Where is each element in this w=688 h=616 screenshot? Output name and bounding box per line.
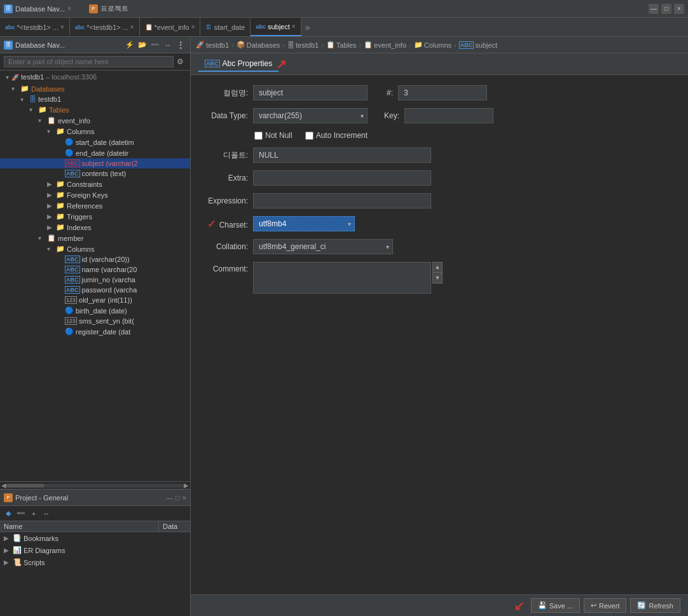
tree-columns-member[interactable]: ▾ 📁 Columns	[0, 243, 190, 254]
tree-register-date[interactable]: 🔵 register_date (dat	[0, 326, 190, 337]
project-scripts[interactable]: ▶ 📜 Scripts	[0, 556, 190, 568]
breadcrumb-bar: 🚀 testdb1 › 📦 Databases › 🗄 testdb1 › 📋 …	[191, 37, 688, 53]
not-null-checkbox[interactable]	[254, 132, 263, 140]
project-tree[interactable]: ▶ 📑 Bookmarks ▶ 📊 ER Diagrams ▶ 📜 Script…	[0, 532, 190, 616]
revert-button[interactable]: ↩ Revert	[584, 598, 626, 613]
tab-start-date[interactable]: 🗓 start_date	[200, 18, 251, 36]
scroll-right-btn[interactable]: ▶	[184, 482, 189, 489]
charset-arrow: ✓	[207, 219, 216, 229]
project-minimize-btn[interactable]: —	[166, 494, 173, 502]
comment-textarea[interactable]	[253, 262, 431, 294]
tree-start-date[interactable]: 🔵 start_date (datetim	[0, 137, 190, 147]
tree-databases[interactable]: ▾ 📁 Databases	[0, 83, 190, 94]
red-arrow-tab: ↗	[276, 57, 287, 72]
prop-tab-icon: ABC	[205, 60, 220, 67]
window-controls: — □ ×	[649, 4, 684, 14]
project-maximize-btn[interactable]: □	[175, 494, 180, 502]
comment-down-btn[interactable]: ▼	[432, 273, 443, 284]
nav-collapse-btn[interactable]: ➖	[149, 39, 161, 51]
minimize-button[interactable]: —	[649, 4, 659, 14]
nav-expand-btn[interactable]: ↔	[162, 39, 174, 51]
name-col-icon: ABC	[65, 266, 80, 273]
tab-event-info[interactable]: 📋 *event_info ×	[140, 18, 201, 36]
search-filter-btn[interactable]: ⚙	[174, 55, 186, 68]
tab5-close[interactable]: ×	[292, 23, 296, 30]
save-label: Save ...	[549, 602, 573, 610]
tab2-close[interactable]: ×	[130, 24, 134, 31]
expression-label: Expression:	[203, 196, 248, 205]
scroll-thumb[interactable]	[6, 484, 45, 488]
close-button[interactable]: ×	[674, 4, 684, 14]
project-close-btn[interactable]: ×	[182, 494, 186, 502]
project-add-btn[interactable]: ◆	[3, 508, 14, 519]
tree-contents[interactable]: ABC contents (text)	[0, 168, 190, 179]
project-nav-btn[interactable]: ↔	[41, 508, 52, 519]
tree-jumin-no[interactable]: ABC jumin_no (varcha	[0, 275, 190, 285]
default-input[interactable]	[253, 147, 431, 163]
save-button[interactable]: 💾 Save ...	[531, 598, 580, 613]
key-label: Key:	[380, 111, 399, 120]
tree-birth-date[interactable]: 🔵 birth_date (date)	[0, 305, 190, 316]
tree-testdb1[interactable]: ▾ 🗄 testdb1	[0, 94, 190, 104]
project-er-diagrams[interactable]: ▶ 📊 ER Diagrams	[0, 544, 190, 556]
tree-password[interactable]: ABC password (varcha	[0, 285, 190, 295]
prop-tab-properties[interactable]: ABC Abc Properties	[198, 57, 279, 72]
tree-triggers[interactable]: ▶ 📁 Triggers	[0, 211, 190, 222]
not-null-checkbox-group[interactable]: Not Null	[254, 131, 292, 140]
collation-select[interactable]: utf8mb4_general_ci utf8mb4_unicode_ci ut…	[253, 239, 393, 254]
tree-root[interactable]: ▾ 🚀 testdb1 – localhost:3306	[0, 71, 190, 83]
tree-name[interactable]: ABC name (varchar(20	[0, 264, 190, 275]
tree-container[interactable]: ▾ 🚀 testdb1 – localhost:3306 ▾ 📁 Databas…	[0, 71, 190, 481]
col-name-input[interactable]	[253, 85, 368, 100]
expression-input[interactable]	[253, 193, 431, 209]
project-bookmarks[interactable]: ▶ 📑 Bookmarks	[0, 532, 190, 544]
project-remove-btn[interactable]: ➖	[15, 508, 27, 519]
comment-up-btn[interactable]: ▲	[432, 262, 443, 273]
tab1-close[interactable]: ×	[60, 24, 64, 31]
tree-indexes[interactable]: ▶ 📁 Indexes	[0, 222, 190, 233]
data-type-select[interactable]: varchar(255) int(11) text datetime date	[253, 108, 368, 123]
tab-testdb1-2[interactable]: abc *<testdb1> ... ×	[70, 18, 140, 36]
charset-select[interactable]: utf8mb4 utf8 latin1	[253, 216, 355, 231]
nav-menu-btn[interactable]: ⋮	[175, 39, 186, 51]
tree-subject[interactable]: ABC subject (varchar(2	[0, 158, 190, 168]
tree-member[interactable]: ▾ 📋 member	[0, 233, 190, 243]
tree-columns-event[interactable]: ▾ 📁 Columns	[0, 126, 190, 137]
auto-increment-checkbox-group[interactable]: Auto Increment	[305, 131, 368, 140]
tree-constraints[interactable]: ▶ 📁 Constraints	[0, 179, 190, 189]
constraints-label: Constraints	[67, 181, 102, 188]
tab-overflow[interactable]: »	[301, 22, 314, 32]
bc-sep5: ›	[409, 41, 411, 49]
bc-sep4: ›	[359, 41, 362, 49]
tab3-close[interactable]: ×	[191, 24, 195, 31]
maximize-button[interactable]: □	[661, 4, 671, 14]
bc-testdb1-icon: 🚀	[196, 41, 205, 49]
auto-increment-checkbox[interactable]	[305, 132, 313, 140]
h-scroll-bar[interactable]: ◀ ▶	[0, 481, 190, 489]
key-input[interactable]	[404, 108, 493, 123]
tree-references[interactable]: ▶ 📁 References	[0, 200, 190, 211]
project-up-btn[interactable]: +	[28, 508, 39, 519]
sms-label: sms_sent_yn (bit(	[79, 317, 134, 325]
nav-connect-btn[interactable]: ⚡	[124, 39, 135, 51]
col-number-input[interactable]	[398, 85, 487, 100]
bc-sep3: ›	[321, 41, 324, 49]
tab-testdb1-1[interactable]: abc *<testdb1> ... ×	[0, 18, 70, 36]
tree-sms-sent[interactable]: 123 sms_sent_yn (bit(	[0, 316, 190, 326]
tree-tables[interactable]: ▾ 📁 Tables	[0, 104, 190, 115]
tree-id[interactable]: ABC id (varchar(20))	[0, 254, 190, 264]
search-input[interactable]	[4, 56, 174, 67]
tab-subject[interactable]: abc subject ×	[251, 18, 301, 36]
member-label: member	[58, 235, 83, 242]
bc-testdb1: 🚀 testdb1	[196, 41, 229, 49]
title-close-icon[interactable]: ×	[67, 5, 71, 12]
tree-end-date[interactable]: 🔵 end_date (datetir	[0, 147, 190, 158]
tree-old-year[interactable]: 123 old_year (int(11))	[0, 295, 190, 305]
scroll-left-btn[interactable]: ◀	[1, 482, 6, 489]
refresh-button[interactable]: 🔄 Refresh	[630, 598, 680, 613]
nav-filter-btn[interactable]: 📂	[137, 39, 148, 51]
tree-event-info[interactable]: ▾ 📋 event_info	[0, 115, 190, 126]
scripts-label: Scripts	[24, 559, 45, 566]
extra-input[interactable]	[253, 170, 431, 186]
tree-foreign-keys[interactable]: ▶ 📁 Foreign Keys	[0, 189, 190, 200]
